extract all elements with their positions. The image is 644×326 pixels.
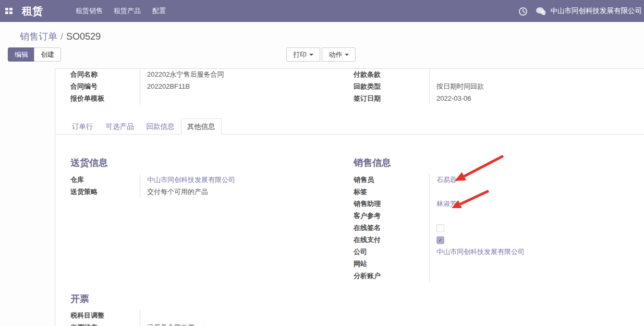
invoicing-section-title: 开票 (70, 293, 89, 305)
field-website: 网站 (354, 258, 601, 270)
field-value (429, 210, 601, 222)
print-label: 打印 (293, 51, 307, 58)
print-action-group: 打印 动作 (286, 47, 356, 62)
field-label: 分析账户 (354, 270, 429, 281)
field-label: 送货策略 (70, 186, 140, 197)
warehouse-link[interactable]: 中山市同创科技发展有限公司 (140, 174, 321, 186)
breadcrumb-sales-orders[interactable]: 销售订单 (20, 31, 57, 42)
print-dropdown-button[interactable]: 打印 (286, 47, 320, 62)
online-payment-checkbox[interactable]: ✓ (436, 236, 444, 244)
field-value: 202202永宁售后服务合同 (140, 69, 321, 81)
sales-fields: 销售员 石易蓉 标签 销售助理 林淑芳 客户参考 在线签名 ✓ 在线支付 ✓ 公… (354, 174, 601, 282)
caret-down-icon (345, 54, 349, 56)
contract-fields-left: 合同名称 202202永宁售后服务合同 合同编号 202202BF11B 报价单… (70, 69, 321, 105)
field-label: 客户参考 (354, 210, 429, 221)
breadcrumb: 销售订单/SO0529 (20, 30, 101, 43)
field-label: 公司 (354, 246, 429, 257)
field-label: 销售助理 (354, 198, 429, 209)
field-salesperson: 销售员 石易蓉 (354, 174, 601, 186)
field-company: 公司 中山市同创科技发展有限公司 (354, 246, 601, 258)
field-value (140, 310, 321, 322)
field-value: ✓ (429, 234, 601, 246)
apps-grid-square (9, 8, 13, 10)
field-analytic-account: 分析账户 (354, 270, 601, 282)
field-sales-assistant: 销售助理 林淑芳 (354, 198, 601, 210)
field-tags: 标签 (354, 186, 601, 198)
field-label: 回款类型 (354, 81, 429, 91)
messages-chat-icon[interactable] (536, 7, 546, 16)
top-navbar: 租赁 租赁销售 租赁产品 配置 中山市同创科技发展有限公司 (0, 0, 644, 22)
salesperson-link[interactable]: 石易蓉 (429, 174, 601, 186)
field-label: 合同编号 (70, 81, 140, 91)
sales-assistant-link[interactable]: 林淑芳 (429, 198, 601, 210)
field-value: 202202BF11B (140, 81, 321, 93)
field-label: 销售员 (354, 174, 429, 185)
field-label: 签订日期 (354, 93, 429, 103)
field-quote-template: 报价单模板 (70, 93, 321, 105)
field-label: 在线支付 (354, 234, 429, 245)
field-label: 合同名称 (70, 69, 140, 79)
field-contract-name: 合同名称 202202永宁售后服务合同 (70, 69, 321, 81)
activities-clock-icon[interactable] (518, 7, 529, 16)
field-invoice-status: 发票状态 已开具全额发票 (70, 322, 321, 326)
create-button[interactable]: 创建 (34, 47, 61, 62)
sales-section-title: 销售信息 (354, 156, 391, 169)
breadcrumb-current-order: SO0529 (66, 31, 101, 42)
tab-optional-products[interactable]: 可选产品 (100, 118, 140, 135)
field-fiscal-position: 税科目调整 (70, 310, 321, 322)
field-label: 网站 (354, 258, 429, 269)
tab-collection-info[interactable]: 回款信息 (140, 118, 181, 135)
field-value (429, 186, 601, 198)
field-value: ✓ (429, 222, 601, 234)
field-label: 报价单模板 (70, 93, 140, 103)
apps-menu-icon[interactable] (5, 8, 13, 15)
invoicing-fields: 税科目调整 发票状态 已开具全额发票 (70, 310, 321, 326)
field-signing-date: 签订日期 2022-03-06 (354, 93, 601, 105)
nav-menu-rental-sales[interactable]: 租赁销售 (76, 0, 103, 22)
field-value (140, 93, 321, 105)
field-warehouse: 仓库 中山市同创科技发展有限公司 (70, 174, 321, 186)
field-label: 仓库 (70, 174, 140, 185)
delivery-fields: 仓库 中山市同创科技发展有限公司 送货策略 交付每个可用的产品 (70, 174, 321, 198)
action-dropdown-button[interactable]: 动作 (322, 47, 356, 62)
nav-menu-rental-products[interactable]: 租赁产品 (114, 0, 141, 22)
field-value: 按日期时间回款 (429, 81, 601, 93)
field-label: 在线签名 (354, 222, 429, 233)
notebook-tabbar: 订单行可选产品回款信息其他信息 (55, 118, 644, 135)
field-value (429, 258, 601, 270)
field-value (429, 69, 601, 81)
company-link[interactable]: 中山市同创科技发展有限公司 (429, 246, 601, 258)
breadcrumb-separator: / (57, 31, 66, 42)
field-value: 交付每个可用的产品 (140, 186, 321, 198)
tab-order-lines[interactable]: 订单行 (66, 118, 100, 135)
tab-other-info[interactable]: 其他信息 (181, 118, 222, 135)
nav-menu-config[interactable]: 配置 (152, 0, 166, 22)
apps-grid-square (5, 11, 8, 14)
field-online-signature: 在线签名 ✓ (354, 222, 601, 234)
delivery-section-title: 送货信息 (70, 156, 108, 169)
field-label: 付款条款 (354, 69, 429, 79)
field-delivery-policy: 送货策略 交付每个可用的产品 (70, 186, 321, 198)
online-signature-checkbox[interactable]: ✓ (436, 224, 444, 232)
field-value: 2022-03-06 (429, 93, 601, 105)
field-value: 已开具全额发票 (140, 322, 321, 326)
field-collection-type: 回款类型 按日期时间回款 (354, 81, 601, 93)
page: 租赁 租赁销售 租赁产品 配置 中山市同创科技发展有限公司 销售订单/SO052… (0, 0, 644, 326)
field-online-payment: 在线支付 ✓ (354, 234, 601, 246)
field-customer-reference: 客户参考 (354, 210, 601, 222)
field-label: 税科目调整 (70, 310, 140, 320)
field-contract-number: 合同编号 202202BF11B (70, 81, 321, 93)
field-label: 标签 (354, 186, 429, 197)
action-label: 动作 (329, 51, 342, 58)
apps-grid-square (5, 8, 8, 10)
app-brand[interactable]: 租赁 (22, 0, 43, 22)
company-switcher[interactable]: 中山市同创科技发展有限公司 (551, 0, 642, 22)
field-value (429, 270, 601, 282)
field-payment-terms: 付款条款 (354, 69, 601, 81)
field-label: 发票状态 (70, 322, 140, 326)
caret-down-icon (309, 54, 313, 56)
contract-fields-right: 付款条款 回款类型 按日期时间回款 签订日期 2022-03-06 (354, 69, 601, 105)
edit-button[interactable]: 编辑 (8, 47, 35, 62)
apps-grid-square (9, 11, 13, 14)
